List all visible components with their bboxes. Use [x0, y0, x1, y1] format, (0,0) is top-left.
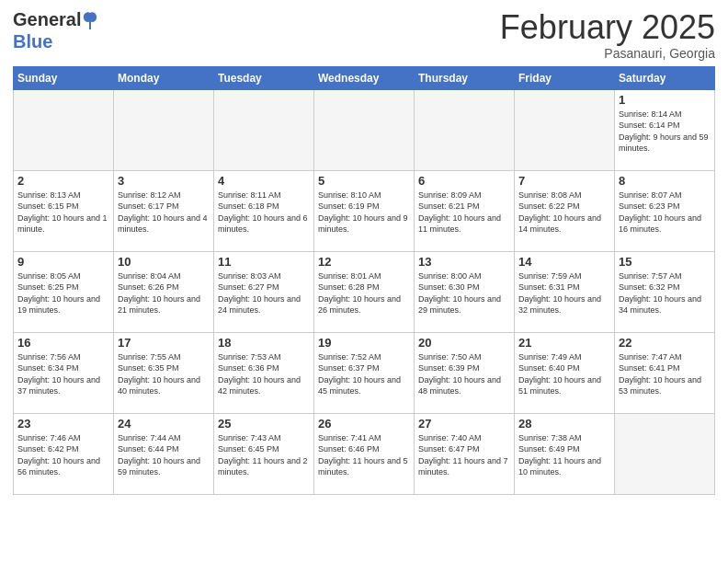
day-cell: 27Sunrise: 7:40 AM Sunset: 6:47 PM Dayli…: [415, 413, 515, 494]
day-cell: 3Sunrise: 8:12 AM Sunset: 6:17 PM Daylig…: [114, 170, 214, 251]
day-info: Sunrise: 7:46 AM Sunset: 6:42 PM Dayligh…: [17, 432, 109, 478]
day-number: 2: [17, 174, 109, 188]
day-cell: 16Sunrise: 7:56 AM Sunset: 6:34 PM Dayli…: [14, 332, 114, 413]
day-info: Sunrise: 8:14 AM Sunset: 6:14 PM Dayligh…: [619, 109, 711, 155]
day-number: 25: [218, 417, 310, 431]
month-title: February 2025: [500, 9, 715, 46]
day-number: 28: [518, 417, 610, 431]
day-number: 10: [118, 255, 210, 269]
day-cell: 23Sunrise: 7:46 AM Sunset: 6:42 PM Dayli…: [14, 413, 114, 494]
day-info: Sunrise: 8:05 AM Sunset: 6:25 PM Dayligh…: [17, 270, 109, 316]
day-cell: 14Sunrise: 7:59 AM Sunset: 6:31 PM Dayli…: [515, 251, 615, 332]
header-cell-monday: Monday: [114, 66, 214, 89]
day-info: Sunrise: 8:10 AM Sunset: 6:19 PM Dayligh…: [318, 190, 410, 236]
day-number: 16: [17, 336, 109, 350]
header: General Blue February 2025 Pasanauri, Ge…: [13, 9, 715, 61]
day-cell: [114, 89, 214, 170]
day-info: Sunrise: 7:44 AM Sunset: 6:44 PM Dayligh…: [118, 432, 210, 478]
week-row-2: 2Sunrise: 8:13 AM Sunset: 6:15 PM Daylig…: [14, 170, 715, 251]
day-number: 12: [318, 255, 410, 269]
day-info: Sunrise: 8:11 AM Sunset: 6:18 PM Dayligh…: [218, 190, 310, 236]
day-cell: [14, 89, 114, 170]
logo-blue: Blue: [13, 31, 52, 52]
day-cell: 9Sunrise: 8:05 AM Sunset: 6:25 PM Daylig…: [14, 251, 114, 332]
day-cell: 13Sunrise: 8:00 AM Sunset: 6:30 PM Dayli…: [415, 251, 515, 332]
day-cell: 6Sunrise: 8:09 AM Sunset: 6:21 PM Daylig…: [415, 170, 515, 251]
day-number: 21: [518, 336, 610, 350]
main-container: General Blue February 2025 Pasanauri, Ge…: [0, 0, 728, 500]
day-info: Sunrise: 8:13 AM Sunset: 6:15 PM Dayligh…: [17, 190, 109, 236]
day-cell: 20Sunrise: 7:50 AM Sunset: 6:39 PM Dayli…: [415, 332, 515, 413]
day-cell: 12Sunrise: 8:01 AM Sunset: 6:28 PM Dayli…: [314, 251, 415, 332]
day-info: Sunrise: 8:12 AM Sunset: 6:17 PM Dayligh…: [118, 190, 210, 236]
header-cell-saturday: Saturday: [615, 66, 715, 89]
header-cell-friday: Friday: [515, 66, 615, 89]
calendar-body: 1Sunrise: 8:14 AM Sunset: 6:14 PM Daylig…: [14, 89, 715, 494]
day-number: 13: [418, 255, 510, 269]
week-row-1: 1Sunrise: 8:14 AM Sunset: 6:14 PM Daylig…: [14, 89, 715, 170]
day-number: 22: [619, 336, 711, 350]
day-cell: 21Sunrise: 7:49 AM Sunset: 6:40 PM Dayli…: [515, 332, 615, 413]
day-info: Sunrise: 7:56 AM Sunset: 6:34 PM Dayligh…: [17, 351, 109, 397]
day-number: 6: [418, 174, 510, 188]
location: Pasanauri, Georgia: [500, 46, 715, 61]
day-info: Sunrise: 7:43 AM Sunset: 6:45 PM Dayligh…: [218, 432, 310, 478]
day-number: 5: [318, 174, 410, 188]
day-info: Sunrise: 7:52 AM Sunset: 6:37 PM Dayligh…: [318, 351, 410, 397]
day-cell: 1Sunrise: 8:14 AM Sunset: 6:14 PM Daylig…: [615, 89, 715, 170]
day-info: Sunrise: 8:00 AM Sunset: 6:30 PM Dayligh…: [418, 270, 510, 316]
day-number: 18: [218, 336, 310, 350]
day-info: Sunrise: 8:07 AM Sunset: 6:23 PM Dayligh…: [619, 190, 711, 236]
day-number: 24: [118, 417, 210, 431]
day-cell: 25Sunrise: 7:43 AM Sunset: 6:45 PM Dayli…: [214, 413, 314, 494]
logo-text: General Blue: [13, 9, 99, 52]
day-number: 4: [218, 174, 310, 188]
day-cell: [214, 89, 314, 170]
header-cell-thursday: Thursday: [415, 66, 515, 89]
logo-bird-icon: [82, 11, 98, 31]
day-number: 19: [318, 336, 410, 350]
day-info: Sunrise: 8:03 AM Sunset: 6:27 PM Dayligh…: [218, 270, 310, 316]
day-cell: 19Sunrise: 7:52 AM Sunset: 6:37 PM Dayli…: [314, 332, 415, 413]
day-cell: 28Sunrise: 7:38 AM Sunset: 6:49 PM Dayli…: [515, 413, 615, 494]
week-row-3: 9Sunrise: 8:05 AM Sunset: 6:25 PM Daylig…: [14, 251, 715, 332]
day-number: 11: [218, 255, 310, 269]
title-block: February 2025 Pasanauri, Georgia: [500, 9, 715, 61]
day-info: Sunrise: 7:49 AM Sunset: 6:40 PM Dayligh…: [518, 351, 610, 397]
day-number: 27: [418, 417, 510, 431]
day-info: Sunrise: 7:59 AM Sunset: 6:31 PM Dayligh…: [518, 270, 610, 316]
day-number: 17: [118, 336, 210, 350]
day-cell: 24Sunrise: 7:44 AM Sunset: 6:44 PM Dayli…: [114, 413, 214, 494]
logo: General Blue: [13, 9, 99, 52]
day-info: Sunrise: 7:38 AM Sunset: 6:49 PM Dayligh…: [518, 432, 610, 478]
day-cell: 5Sunrise: 8:10 AM Sunset: 6:19 PM Daylig…: [314, 170, 415, 251]
week-row-5: 23Sunrise: 7:46 AM Sunset: 6:42 PM Dayli…: [14, 413, 715, 494]
day-cell: [615, 413, 715, 494]
day-cell: 8Sunrise: 8:07 AM Sunset: 6:23 PM Daylig…: [615, 170, 715, 251]
day-cell: 11Sunrise: 8:03 AM Sunset: 6:27 PM Dayli…: [214, 251, 314, 332]
day-cell: 18Sunrise: 7:53 AM Sunset: 6:36 PM Dayli…: [214, 332, 314, 413]
day-cell: [314, 89, 415, 170]
header-cell-wednesday: Wednesday: [314, 66, 415, 89]
week-row-4: 16Sunrise: 7:56 AM Sunset: 6:34 PM Dayli…: [14, 332, 715, 413]
day-cell: 15Sunrise: 7:57 AM Sunset: 6:32 PM Dayli…: [615, 251, 715, 332]
day-info: Sunrise: 7:53 AM Sunset: 6:36 PM Dayligh…: [218, 351, 310, 397]
day-cell: 2Sunrise: 8:13 AM Sunset: 6:15 PM Daylig…: [14, 170, 114, 251]
day-info: Sunrise: 8:04 AM Sunset: 6:26 PM Dayligh…: [118, 270, 210, 316]
day-cell: 10Sunrise: 8:04 AM Sunset: 6:26 PM Dayli…: [114, 251, 214, 332]
day-number: 1: [619, 93, 711, 107]
day-info: Sunrise: 8:08 AM Sunset: 6:22 PM Dayligh…: [518, 190, 610, 236]
day-cell: 7Sunrise: 8:08 AM Sunset: 6:22 PM Daylig…: [515, 170, 615, 251]
day-number: 8: [619, 174, 711, 188]
day-cell: 4Sunrise: 8:11 AM Sunset: 6:18 PM Daylig…: [214, 170, 314, 251]
calendar-header-row: SundayMondayTuesdayWednesdayThursdayFrid…: [14, 66, 715, 89]
calendar-table: SundayMondayTuesdayWednesdayThursdayFrid…: [13, 66, 715, 495]
day-cell: 26Sunrise: 7:41 AM Sunset: 6:46 PM Dayli…: [314, 413, 415, 494]
day-number: 14: [518, 255, 610, 269]
day-info: Sunrise: 8:09 AM Sunset: 6:21 PM Dayligh…: [418, 190, 510, 236]
day-info: Sunrise: 7:41 AM Sunset: 6:46 PM Dayligh…: [318, 432, 410, 478]
day-cell: [515, 89, 615, 170]
day-cell: 17Sunrise: 7:55 AM Sunset: 6:35 PM Dayli…: [114, 332, 214, 413]
logo-general: General: [13, 9, 81, 29]
day-info: Sunrise: 7:50 AM Sunset: 6:39 PM Dayligh…: [418, 351, 510, 397]
